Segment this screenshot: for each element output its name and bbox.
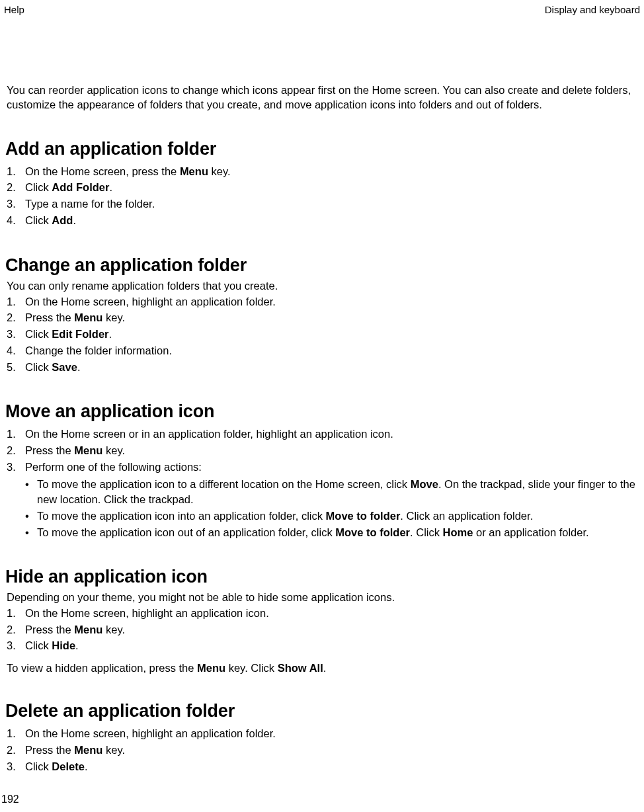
- header-left: Help: [4, 4, 24, 15]
- list-item: 2.Press the Menu key.: [5, 742, 639, 758]
- list-item: 1.On the Home screen or in an applicatio…: [5, 426, 639, 442]
- steps-add-folder: 1.On the Home screen, press the Menu key…: [5, 163, 639, 229]
- page-number: 192: [1, 793, 19, 805]
- list-item: 4.Change the folder information.: [5, 343, 639, 359]
- list-item: 2.Click Add Folder.: [5, 179, 639, 196]
- list-item: 1.On the Home screen, highlight an appli…: [5, 294, 639, 310]
- bullets-move-icon: To move the application icon to a differ…: [5, 477, 639, 540]
- heading-change-folder: Change an application folder: [5, 255, 639, 276]
- heading-hide-icon: Hide an application icon: [5, 567, 639, 587]
- page-header: Help Display and keyboard: [0, 0, 644, 15]
- list-item: 2.Press the Menu key.: [5, 442, 639, 459]
- list-item: 5.Click Save.: [5, 359, 639, 376]
- list-item: 3.Type a name for the folder.: [5, 196, 639, 212]
- list-item: To move the application icon out of an a…: [5, 525, 639, 540]
- steps-delete-folder: 1.On the Home screen, highlight an appli…: [5, 725, 639, 774]
- closing-hide-icon: To view a hidden application, press the …: [5, 662, 639, 674]
- list-item: 4.Click Add.: [5, 212, 639, 229]
- list-item: 3.Click Hide.: [5, 637, 639, 654]
- heading-add-folder: Add an application folder: [5, 139, 639, 159]
- list-item: 1.On the Home screen, highlight an appli…: [5, 605, 639, 622]
- list-item: 3.Click Delete.: [5, 758, 639, 775]
- list-item: 2.Press the Menu key.: [5, 622, 639, 638]
- intro-paragraph: You can reorder application icons to cha…: [5, 83, 639, 112]
- header-right: Display and keyboard: [545, 4, 640, 15]
- page-content: You can reorder application icons to cha…: [0, 83, 644, 774]
- note-hide-icon: Depending on your theme, you might not b…: [5, 591, 639, 604]
- note-change-folder: You can only rename application folders …: [5, 280, 639, 292]
- list-item: To move the application icon into an app…: [5, 508, 639, 524]
- list-item: 2.Press the Menu key.: [5, 309, 639, 326]
- list-item: 1.On the Home screen, highlight an appli…: [5, 725, 639, 742]
- list-item: To move the application icon to a differ…: [5, 477, 639, 507]
- heading-delete-folder: Delete an application folder: [5, 701, 639, 721]
- list-item: 3.Perform one of the following actions:: [5, 459, 639, 475]
- list-item: 3.Click Edit Folder.: [5, 326, 639, 343]
- steps-move-icon: 1.On the Home screen or in an applicatio…: [5, 426, 639, 475]
- steps-hide-icon: 1.On the Home screen, highlight an appli…: [5, 605, 639, 654]
- heading-move-icon: Move an application icon: [5, 401, 639, 422]
- steps-change-folder: 1.On the Home screen, highlight an appli…: [5, 294, 639, 376]
- list-item: 1.On the Home screen, press the Menu key…: [5, 163, 639, 180]
